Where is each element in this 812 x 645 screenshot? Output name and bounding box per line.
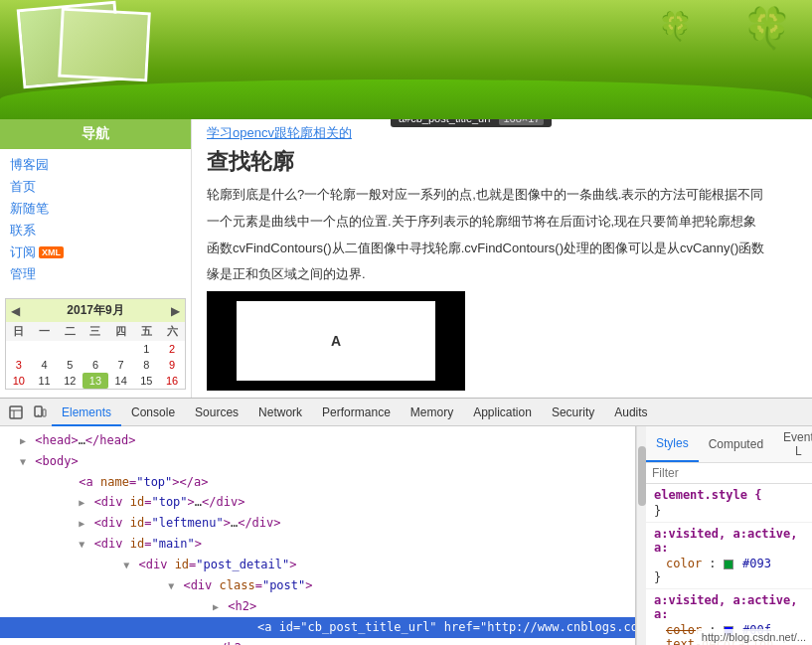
tab-application[interactable]: Application bbox=[463, 399, 542, 426]
styles-filter-input[interactable] bbox=[646, 463, 812, 484]
dom-scrollbar-thumb[interactable] bbox=[638, 446, 646, 506]
styles-tab-computed[interactable]: Computed bbox=[699, 426, 773, 462]
cal-weekday-mon: 一 bbox=[32, 322, 58, 341]
tab-elements[interactable]: Elements bbox=[52, 399, 121, 426]
sidebar-link-admin[interactable]: 管理 bbox=[10, 263, 181, 285]
devtools-panel: Elements Console Sources Network Perform… bbox=[0, 398, 812, 645]
site-header: 🍀 🍀 bbox=[0, 0, 812, 119]
sidebar-link-newpost[interactable]: 新随笔 bbox=[10, 198, 181, 220]
color-swatch[interactable] bbox=[724, 626, 733, 636]
devtools-toolbar: Elements Console Sources Network Perform… bbox=[0, 399, 812, 426]
svg-point-5 bbox=[38, 414, 40, 416]
dom-triangle bbox=[79, 497, 84, 508]
devtools-device-btn[interactable] bbox=[28, 401, 52, 424]
cal-day: 14 bbox=[108, 373, 134, 389]
cal-weekday-tue: 二 bbox=[57, 322, 82, 341]
styles-panel: Styles Computed Event L element.style { … bbox=[646, 426, 812, 645]
styles-tab-styles[interactable]: Styles bbox=[646, 426, 699, 462]
post-image: A bbox=[207, 291, 465, 391]
cal-weekday-fri: 五 bbox=[134, 322, 160, 341]
calendar-grid: 日 一 二 三 四 五 六 bbox=[6, 322, 185, 389]
sidebar-link-home[interactable]: 首页 bbox=[10, 176, 181, 198]
dom-line-div-post[interactable]: <div class="post"> bbox=[0, 575, 635, 596]
dom-line-div-post-detail[interactable]: <div id="post_detail"> bbox=[0, 555, 635, 575]
flower-icon2: 🍀 bbox=[742, 5, 792, 52]
post-image-inner: A bbox=[237, 301, 435, 381]
style-selector: a:visited, a:active, a: bbox=[654, 527, 804, 555]
cal-day: 8 bbox=[134, 357, 160, 373]
tab-console[interactable]: Console bbox=[121, 399, 185, 426]
content-area: 导航 博客园 首页 新随笔 联系 订阅XML 管理 ◀ 2017年9月 ▶ bbox=[0, 119, 812, 398]
tooltip-selector: a#cb_post_title_url bbox=[399, 119, 490, 124]
tab-memory[interactable]: Memory bbox=[401, 399, 463, 426]
tab-performance[interactable]: Performance bbox=[312, 399, 401, 426]
header-grass bbox=[0, 80, 812, 119]
dom-line-a-title-selected[interactable]: <a id="cb_post_title_url" href="http://w… bbox=[0, 617, 635, 638]
post-body: 轮廓到底是什么?一个轮廓一般对应一系列的点,也就是图像中的一条曲线.表示的方法可… bbox=[207, 185, 797, 285]
dom-line-head[interactable]: <head>…</head> bbox=[0, 430, 635, 451]
dom-triangle bbox=[168, 580, 174, 591]
style-rule-avisited2: a:visited, a:active, a: color : #00f tex… bbox=[646, 589, 812, 645]
dom-triangle bbox=[79, 518, 84, 529]
style-block: color : #093 bbox=[654, 557, 804, 570]
style-prop: color bbox=[666, 557, 702, 570]
dom-line-div-leftmenu[interactable]: <div id="leftmenu">…</div> bbox=[0, 513, 635, 534]
calendar-prev[interactable]: ◀ bbox=[11, 304, 20, 318]
cal-day: 15 bbox=[134, 373, 160, 389]
dom-line-div-main[interactable]: <div id="main"> bbox=[0, 534, 635, 555]
dom-triangle bbox=[20, 456, 26, 467]
cal-day: 10 bbox=[6, 373, 32, 389]
cal-day-today: 13 bbox=[82, 373, 108, 389]
tab-audits[interactable]: Audits bbox=[604, 399, 657, 426]
sidebar-link-subscribe[interactable]: 订阅XML bbox=[10, 242, 64, 263]
dom-scrollbar[interactable] bbox=[636, 426, 646, 645]
style-value: #00f bbox=[742, 623, 771, 637]
style-rule-avisited1: a:visited, a:active, a: color : #093 } bbox=[646, 523, 812, 589]
cal-day bbox=[6, 341, 32, 357]
sidebar-link-blog[interactable]: 博客园 bbox=[10, 154, 181, 176]
sidebar-calendar: ◀ 2017年9月 ▶ 日 一 二 三 四 五 六 bbox=[5, 298, 186, 390]
tab-security[interactable]: Security bbox=[542, 399, 604, 426]
style-brace: } bbox=[654, 504, 804, 518]
post-paragraph-4: 缘是正和负区域之间的边界. bbox=[207, 264, 797, 285]
style-selector: a:visited, a:active, a: bbox=[654, 593, 804, 621]
tab-network[interactable]: Network bbox=[248, 399, 312, 426]
post-heading: 查找轮廓 bbox=[207, 147, 797, 177]
dom-line-body[interactable]: <body> bbox=[0, 451, 635, 472]
dom-panel[interactable]: <head>…</head> <body> <a name="top"></a>… bbox=[0, 426, 636, 645]
dom-triangle bbox=[79, 539, 84, 550]
dom-line-h2-close[interactable]: </h2> bbox=[0, 638, 635, 645]
main-content: a#cb_post_title_url 168×17 学习opencv跟轮廓相关… bbox=[192, 119, 812, 398]
sidebar-link-contact[interactable]: 联系 bbox=[10, 220, 181, 242]
style-selector: element.style { bbox=[654, 488, 804, 502]
cal-day bbox=[32, 341, 58, 357]
element-tooltip: a#cb_post_title_url 168×17 bbox=[391, 119, 552, 127]
dom-triangle bbox=[213, 601, 219, 612]
header-photo-left2 bbox=[58, 8, 151, 82]
cal-week-3: 10 11 12 13 14 15 16 bbox=[6, 373, 185, 389]
color-swatch[interactable] bbox=[724, 560, 733, 569]
dom-line-h2[interactable]: <h2> bbox=[0, 596, 635, 617]
cal-day: 3 bbox=[6, 357, 32, 373]
cal-day bbox=[57, 341, 82, 357]
svg-rect-0 bbox=[10, 406, 22, 418]
calendar-header: ◀ 2017年9月 ▶ bbox=[6, 299, 185, 322]
tab-sources[interactable]: Sources bbox=[185, 399, 248, 426]
devtools-inspect-btn[interactable] bbox=[4, 401, 28, 424]
dom-line-div-top[interactable]: <div id="top">…</div> bbox=[0, 492, 635, 513]
tooltip-size: 168×17 bbox=[499, 119, 544, 125]
style-prop: text-decoration bbox=[666, 637, 773, 645]
style-line-textdec: text-decoration : no bbox=[666, 637, 804, 645]
styles-tab-event[interactable]: Event L bbox=[773, 426, 812, 462]
dom-triangle bbox=[20, 435, 26, 446]
calendar-next[interactable]: ▶ bbox=[171, 304, 180, 318]
post-paragraph-1: 轮廓到底是什么?一个轮廓一般对应一系列的点,也就是图像中的一条曲线.表示的方法可… bbox=[207, 185, 797, 206]
sidebar-links: 博客园 首页 新随笔 联系 订阅XML 管理 bbox=[0, 149, 191, 290]
dom-line-a-name[interactable]: <a name="top"></a> bbox=[0, 472, 635, 492]
post-image-label: A bbox=[331, 333, 341, 349]
cal-weekday-wed: 三 bbox=[82, 322, 108, 341]
calendar-month: 2017年9月 bbox=[67, 302, 123, 319]
cal-week-2: 3 4 5 6 7 8 9 bbox=[6, 357, 185, 373]
cal-day bbox=[108, 341, 134, 357]
sidebar: 导航 博客园 首页 新随笔 联系 订阅XML 管理 ◀ 2017年9月 ▶ bbox=[0, 119, 192, 398]
